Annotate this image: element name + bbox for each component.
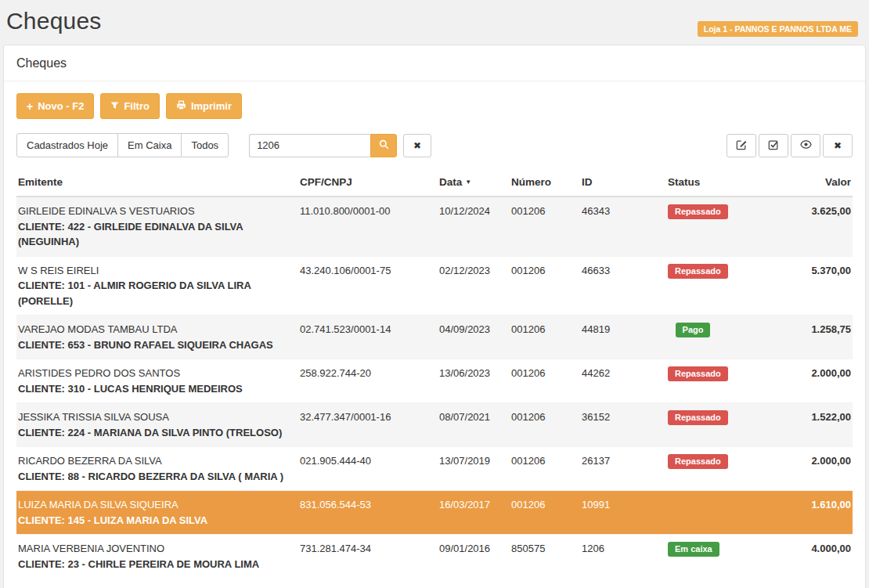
table-row[interactable]: W S REIS EIRELI CLIENTE: 101 - ALMIR ROG…: [16, 256, 853, 316]
search-input[interactable]: [249, 134, 370, 157]
filter-todos-button[interactable]: Todos: [181, 133, 229, 157]
total-row: Total21.385,75: [16, 578, 853, 588]
search-group: [249, 134, 397, 157]
emitente-name: ARISTIDES PEDRO DOS SANTOS: [18, 366, 297, 381]
filter-cadastrados-hoje-button[interactable]: Cadastrados Hoje: [16, 133, 118, 157]
cpf-cnpj-cell: 43.240.106/0001-75: [298, 256, 438, 316]
eye-icon: [800, 139, 812, 152]
cheques-panel: Cheques + Novo - F2 Filtro Imprimir: [3, 45, 866, 588]
valor-cell: 3.625,00: [776, 197, 853, 256]
valor-cell: 1.610,00: [776, 491, 853, 535]
plus-icon: +: [27, 103, 33, 110]
column-header-emitente[interactable]: Emitente: [16, 170, 298, 197]
cliente-label: CLIENTE: 145 - LUIZA MARIA DA SILVA: [18, 513, 297, 528]
emitente-name: GIRLEIDE EDINALVA S VESTUARIOS: [18, 204, 297, 219]
view-button[interactable]: [791, 134, 820, 157]
new-button-label: Novo - F2: [38, 101, 84, 111]
printer-icon: [176, 100, 186, 112]
filter-button-label: Filtro: [124, 101, 150, 111]
id-cell: 44262: [580, 359, 666, 403]
column-header-cpf-cnpj[interactable]: CPF/CNPJ: [298, 170, 438, 197]
emitente-name: LUIZA MARIA DA SILVA SIQUEIRA: [18, 497, 297, 513]
cliente-label: CLIENTE: 310 - LUCAS HENRIQUE MEDEIROS: [18, 381, 297, 397]
emitente-name: MARIA VERBENIA JOVENTINO: [18, 541, 297, 557]
data-cell: 13/07/2019: [438, 447, 510, 491]
valor-cell: 5.370,00: [776, 256, 853, 316]
check-square-button[interactable]: [759, 134, 788, 157]
table-row[interactable]: ARISTIDES PEDRO DOS SANTOS CLIENTE: 310 …: [16, 359, 853, 403]
cliente-label: CLIENTE: 23 - CHIRLE PEREIRA DE MOURA LI…: [18, 557, 297, 572]
id-cell: 1206: [580, 535, 666, 579]
numero-cell: 001206: [510, 256, 580, 316]
search-icon: [379, 139, 389, 152]
data-cell: 04/09/2023: [438, 316, 510, 359]
id-cell: 10991: [580, 491, 666, 535]
emitente-name: W S REIS EIRELI: [18, 263, 297, 279]
check-square-icon: [768, 139, 779, 152]
table-row[interactable]: MARIA VERBENIA JOVENTINO CLIENTE: 23 - C…: [16, 535, 853, 579]
table-header-row: Emitente CPF/CNPJ Data▼ Número ID Status…: [16, 170, 853, 197]
data-cell: 10/12/2024: [438, 197, 510, 256]
cpf-cnpj-cell: 731.281.474-34: [298, 535, 438, 579]
cliente-label: CLIENTE: 422 - GIRLEIDE EDINALVA DA SILV…: [18, 219, 297, 250]
print-button[interactable]: Imprimir: [166, 93, 242, 119]
cliente-label: CLIENTE: 101 - ALMIR ROGERIO DA SILVA LI…: [18, 278, 297, 308]
table-row[interactable]: VAREJAO MODAS TAMBAU LTDA CLIENTE: 653 -…: [16, 316, 853, 359]
sort-caret-down-icon: ▼: [465, 179, 471, 186]
column-header-id[interactable]: ID: [580, 170, 666, 197]
quick-filter-group: Cadastrados Hoje Em Caixa Todos: [16, 133, 229, 157]
filter-icon: [110, 101, 119, 111]
status-badge: Pago: [676, 323, 711, 337]
numero-cell: 001206: [510, 316, 580, 359]
emitente-name: VAREJAO MODAS TAMBAU LTDA: [18, 322, 297, 337]
row-action-group: ✖: [727, 134, 853, 157]
page-header: Cheques Loja 1 - PANNOS E PANNOS LTDA ME: [0, 0, 869, 45]
status-badge: Repassado: [668, 264, 728, 279]
new-button[interactable]: + Novo - F2: [16, 93, 94, 119]
filter-em-caixa-button[interactable]: Em Caixa: [117, 133, 182, 157]
cheques-table: Emitente CPF/CNPJ Data▼ Número ID Status…: [16, 170, 853, 578]
store-badge: Loja 1 - PANNOS E PANNOS LTDA ME: [698, 21, 858, 37]
id-cell: 46633: [580, 256, 666, 316]
close-icon: ✖: [834, 141, 842, 150]
status-badge: Repassado: [668, 454, 728, 469]
valor-cell: 1.258,75: [776, 316, 853, 359]
toolbar: + Novo - F2 Filtro Imprimir: [16, 93, 853, 119]
table-row[interactable]: LUIZA MARIA DA SILVA SIQUEIRA CLIENTE: 1…: [16, 491, 853, 535]
edit-button[interactable]: [727, 134, 756, 157]
valor-cell: 4.000,00: [776, 535, 853, 579]
numero-cell: 001206: [510, 447, 580, 491]
data-cell: 02/12/2023: [438, 256, 510, 316]
table-row[interactable]: RICARDO BEZERRA DA SILVA CLIENTE: 88 - R…: [16, 447, 853, 491]
filter-row: Cadastrados Hoje Em Caixa Todos ✖: [16, 133, 853, 157]
data-cell: 09/01/2016: [438, 535, 510, 579]
column-header-status[interactable]: Status: [666, 170, 776, 197]
data-cell: 16/03/2017: [438, 491, 510, 535]
clear-search-button[interactable]: ✖: [403, 134, 431, 157]
column-header-numero[interactable]: Número: [510, 170, 580, 197]
filter-button[interactable]: Filtro: [100, 93, 160, 119]
valor-cell: 1.522,00: [776, 403, 853, 447]
remove-button[interactable]: ✖: [823, 134, 853, 157]
search-button[interactable]: [370, 134, 397, 157]
valor-cell: 2.000,00: [776, 359, 853, 403]
numero-cell: 850575: [510, 535, 580, 579]
status-badge: Repassado: [668, 204, 728, 219]
cpf-cnpj-cell: 021.905.444-40: [298, 447, 438, 491]
cliente-label: CLIENTE: 653 - BRUNO RAFAEL SIQUEIRA CHA…: [18, 337, 297, 353]
id-cell: 26137: [580, 447, 666, 491]
panel-body: + Novo - F2 Filtro Imprimir Cadastrados …: [4, 81, 865, 588]
data-cell: 08/07/2021: [438, 403, 510, 447]
clear-icon: ✖: [413, 141, 421, 150]
table-row[interactable]: JESSIKA TRISSIA SILVA SOUSA CLIENTE: 224…: [16, 403, 853, 447]
status-badge: Repassado: [668, 410, 728, 425]
table-row[interactable]: GIRLEIDE EDINALVA S VESTUARIOS CLIENTE: …: [16, 197, 853, 256]
column-header-data[interactable]: Data▼: [438, 170, 510, 197]
table-body: GIRLEIDE EDINALVA S VESTUARIOS CLIENTE: …: [16, 197, 853, 578]
page-title: Cheques: [6, 8, 102, 34]
cliente-label: CLIENTE: 224 - MARIANA DA SILVA PINTO (T…: [18, 425, 297, 441]
column-header-valor[interactable]: Valor: [776, 170, 853, 197]
edit-icon: [736, 139, 747, 152]
id-cell: 44819: [580, 316, 666, 359]
id-cell: 36152: [580, 403, 666, 447]
